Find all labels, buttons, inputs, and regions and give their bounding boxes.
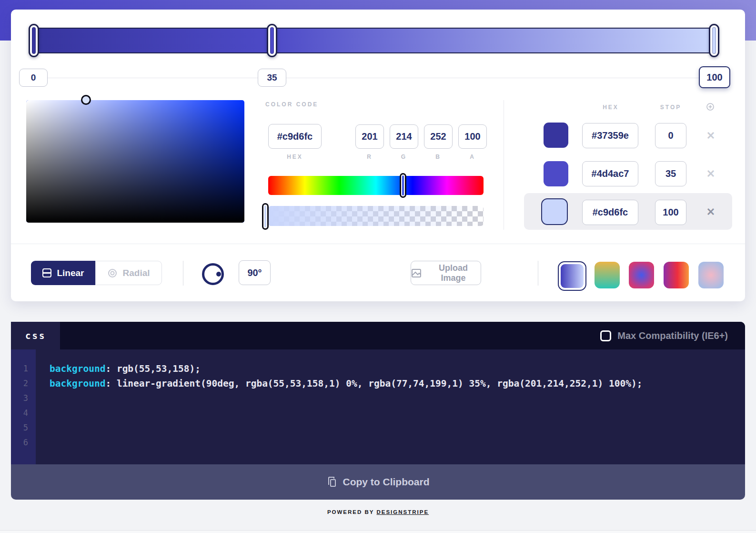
green-label: G [390,154,418,160]
angle-dial[interactable] [202,263,224,285]
green-input[interactable] [390,124,418,149]
tab-css[interactable]: css [11,322,60,349]
stop-value-input-100[interactable] [655,200,686,225]
gradient-handle-35-color [270,27,274,54]
stop-hex-input-100[interactable] [582,200,638,225]
copy-to-clipboard-label: Copy to Clipboard [343,476,430,488]
linear-label: Linear [57,268,84,278]
stop-swatch-0[interactable] [544,123,568,148]
delete-stop-button-100[interactable]: ✕ [705,206,717,218]
stops-stop-header: STOP [655,104,686,111]
stop-swatch-100-selected[interactable] [541,198,568,225]
saturation-cursor[interactable] [81,95,91,105]
alpha-slider[interactable] [268,206,484,226]
alpha-slider-handle[interactable] [262,203,269,230]
css-property: background [50,378,105,389]
line-number: 3 [11,391,28,406]
below-divider-strip [0,531,756,533]
gradient-handle-100-color [712,27,716,54]
image-icon [411,268,422,278]
hue-handle-color [402,175,404,195]
stops-hex-header: HEX [598,104,624,111]
alpha-input[interactable] [458,124,487,149]
footer-credit: POWERED BY DESIGNSTRIPE [0,509,756,515]
gradient-handle-35[interactable] [267,24,277,57]
copy-icon [327,476,337,488]
red-input[interactable] [355,124,384,149]
blue-input[interactable] [424,124,453,149]
preset-gradient-3[interactable] [629,262,654,288]
upload-image-button[interactable]: Upload Image [411,261,481,285]
stop-hex-input-0[interactable] [582,123,638,148]
stop-position-input-35[interactable] [258,69,286,87]
stop-position-input-100[interactable] [699,66,730,88]
code-line-1: background: rgb(55,53,158); [50,361,736,376]
hue-slider[interactable] [268,176,484,195]
max-compatibility-checkbox[interactable] [600,330,611,341]
css-code-text[interactable]: background: rgb(55,53,158); background: … [50,361,736,391]
alpha-label: A [458,154,487,160]
hex-label: HEX [268,154,322,160]
copy-to-clipboard-button[interactable]: Copy to Clipboard [11,464,745,500]
css-value: : rgb(55,53,158); [105,363,201,374]
preset-gradient-1-fill [561,264,584,288]
controls-separator-1 [183,261,183,286]
hex-input[interactable] [268,124,322,149]
panel-divider [504,100,504,230]
delete-stop-button-35[interactable]: ✕ [705,168,717,180]
max-compatibility-label: Max Compatibility (IE6+) [617,330,728,341]
red-label: R [355,154,384,160]
controls-separator-2 [538,261,538,286]
stop-hex-input-35[interactable] [582,161,638,186]
designstripe-link[interactable]: DESIGNSTRIPE [376,509,429,515]
line-numbers: 1 2 3 4 5 6 [11,361,36,450]
saturation-black-layer [26,100,244,223]
linear-mode-button[interactable]: Linear [31,261,95,285]
gradient-generator-app: COLOR CODE HEX R G B A HEX STOP [0,0,756,533]
preset-gradient-1-selected[interactable] [558,261,586,291]
blue-label: B [424,154,453,160]
saturation-picker[interactable] [26,100,244,223]
gradient-editor-card: COLOR CODE HEX R G B A HEX STOP [11,10,745,301]
css-property: background [50,363,105,374]
line-number: 2 [11,376,28,391]
delete-stop-button-0[interactable]: ✕ [705,130,717,142]
radial-mode-button[interactable]: Radial [95,261,162,285]
upload-image-label: Upload Image [426,263,481,283]
alpha-gradient-overlay [268,206,484,226]
linear-icon [42,268,52,278]
css-code-panel: Max Compatibility (IE6+) css 1 2 3 4 5 6… [11,322,745,464]
alpha-handle-color [264,205,266,227]
line-number: 1 [11,361,28,376]
line-number: 6 [11,435,28,450]
radial-icon [107,268,118,278]
stop-position-input-0[interactable] [19,69,48,87]
stop-swatch-35[interactable] [544,161,568,186]
radial-label: Radial [122,268,150,278]
line-number: 5 [11,420,28,435]
stop-connector-line [33,78,715,78]
angle-input[interactable] [239,260,271,285]
preset-gradient-2[interactable] [595,262,620,288]
line-number: 4 [11,406,28,420]
preset-gradient-5[interactable] [698,262,724,288]
gradient-handle-0-color [32,27,36,54]
max-compatibility-toggle[interactable]: Max Compatibility (IE6+) [600,322,728,349]
gradient-handle-0[interactable] [29,24,39,57]
stop-value-input-0[interactable] [655,123,686,148]
color-code-heading: COLOR CODE [265,101,318,108]
controls-divider [11,244,745,244]
gradient-preview-bar[interactable] [32,28,715,53]
code-header-bar: Max Compatibility (IE6+) [36,322,745,349]
angle-dial-dot [216,272,221,277]
powered-by-text: POWERED BY [327,509,374,515]
preset-gradient-4[interactable] [664,262,689,288]
add-stop-icon[interactable] [706,102,715,112]
gradient-handle-100[interactable] [709,24,719,57]
code-line-2: background: linear-gradient(90deg, rgba(… [50,376,736,391]
css-value: : linear-gradient(90deg, rgba(55,53,158,… [105,378,642,389]
hue-slider-handle[interactable] [400,173,406,198]
stop-value-input-35[interactable] [655,161,686,186]
